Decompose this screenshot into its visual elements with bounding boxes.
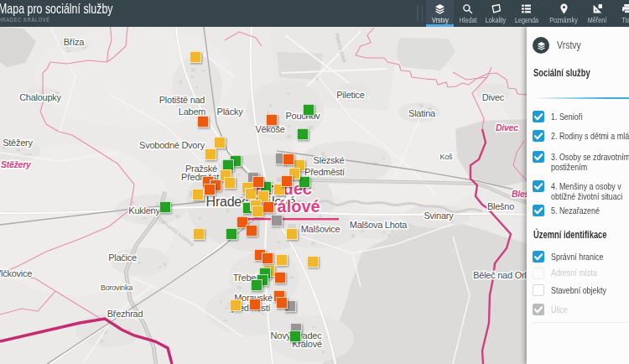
svg-text:Slatina: Slatina (408, 108, 436, 118)
svg-text:Stěžery: Stěžery (3, 138, 33, 148)
svg-text:Koš: Koš (440, 153, 454, 161)
svg-text:Svobodné Dvory: Svobodné Dvory (139, 140, 205, 150)
svg-text:Bleš: Bleš (512, 189, 527, 199)
svg-text:Svinary: Svinary (424, 211, 455, 221)
svg-text:Kukleny: Kukleny (128, 205, 160, 216)
svg-text:Bříza: Bříza (64, 37, 86, 47)
svg-text:Předměstí: Předměstí (304, 167, 345, 177)
svg-text:Plačice: Plačice (108, 252, 137, 263)
svg-text:Březhrad: Březhrad (107, 309, 143, 319)
svg-text:Divec: Divec (482, 92, 505, 102)
svg-text:Labem: Labem (179, 107, 205, 117)
svg-text:Malšova Lhota: Malšova Lhota (350, 220, 408, 230)
svg-text:Stěžery: Stěžery (1, 159, 32, 169)
svg-text:Malšovice: Malšovice (301, 224, 340, 234)
svg-text:Borovinka: Borovinka (101, 283, 133, 292)
svg-text:Chaloupky: Chaloupky (19, 92, 61, 102)
svg-text:Divec: Divec (496, 122, 518, 133)
svg-text:Vlčkovice: Vlčkovice (0, 268, 32, 278)
svg-text:Blešno: Blešno (487, 201, 514, 211)
svg-text:Piletice: Piletice (336, 90, 365, 100)
svg-text:Slezské: Slezské (314, 155, 345, 165)
svg-text:Plotiště nad: Plotiště nad (159, 95, 205, 105)
svg-text:Běleč nad Orlicí: Běleč nad Orlicí (473, 270, 527, 280)
svg-text:Plácky: Plácky (217, 107, 244, 117)
